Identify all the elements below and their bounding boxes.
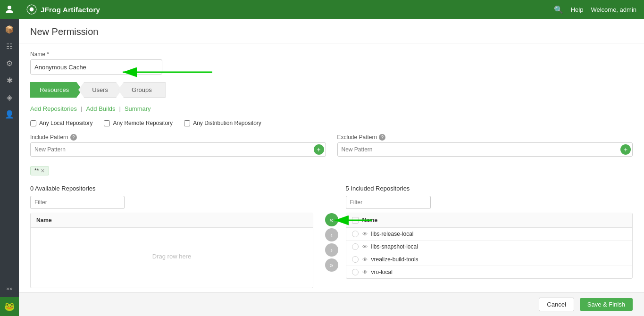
sidebar-item-packages[interactable]: 📦 xyxy=(0,21,19,38)
tab-users-label: Users xyxy=(92,86,108,93)
sub-nav-sep-1: | xyxy=(81,105,82,112)
available-repos-filter[interactable] xyxy=(30,196,125,209)
include-help-icon[interactable]: ? xyxy=(70,134,77,141)
sidebar-item-xray[interactable]: ✱ xyxy=(0,72,19,89)
included-repos-col-name: Name xyxy=(362,217,378,224)
repo-name-1: libs-snapshot-local xyxy=(371,243,418,250)
tabs-container: Resources Users Groups xyxy=(30,82,633,98)
save-finish-button[interactable]: Save & Finish xyxy=(580,298,633,311)
checkbox-any-local-label: Any Local Repository xyxy=(39,120,92,126)
repo-radio-3[interactable] xyxy=(352,269,359,275)
included-header-checkbox[interactable] xyxy=(352,217,359,224)
table-row: 👁 vrealize-build-tools xyxy=(346,253,633,266)
topbar: JFrog Artifactory 🔍 Help Welcome, admin xyxy=(19,0,644,19)
tag-item: ** × xyxy=(30,166,49,175)
tag-value: ** xyxy=(34,167,39,174)
repo-radio-1[interactable] xyxy=(352,243,359,250)
transfer-all-left-btn[interactable]: « xyxy=(325,213,338,226)
repo-icon-0: 👁 xyxy=(362,231,368,237)
checkbox-any-local[interactable]: Any Local Repository xyxy=(30,120,92,126)
available-repos-title: 0 Available Repositories xyxy=(30,185,318,192)
transfer-buttons: « ‹ › » xyxy=(318,213,346,272)
repo-radio-0[interactable] xyxy=(352,231,359,237)
subnav-add-builds[interactable]: Add Builds xyxy=(86,105,115,112)
available-repos-body: Drag row here xyxy=(31,228,313,284)
sub-nav: Add Repositories | Add Builds | Summary xyxy=(30,105,633,112)
topbar-right: 🔍 Help Welcome, admin xyxy=(554,5,636,14)
table-row: 👁 vro-local xyxy=(346,266,633,278)
repo-icon-2: 👁 xyxy=(362,257,368,262)
include-pattern-input[interactable] xyxy=(30,142,326,157)
table-row: 👁 libs-snapshot-local xyxy=(346,241,633,253)
include-pattern-group: Include Pattern ? + xyxy=(30,134,326,157)
table-row: 👁 libs-release-local xyxy=(346,228,633,241)
tag-row: ** × xyxy=(30,164,633,177)
repo-icon-3: 👁 xyxy=(362,269,368,275)
drag-placeholder: Drag row here xyxy=(152,253,191,260)
page: New Permission Name * Resources xyxy=(19,19,644,292)
checkbox-any-remote[interactable]: Any Remote Repository xyxy=(104,120,173,126)
tab-groups[interactable]: Groups xyxy=(118,82,166,98)
subnav-summary[interactable]: Summary xyxy=(125,105,151,112)
tab-resources-label: Resources xyxy=(40,86,69,93)
welcome-label: Welcome, admin xyxy=(591,6,636,13)
checkbox-any-remote-label: Any Remote Repository xyxy=(113,120,173,126)
svg-point-0 xyxy=(8,6,11,9)
exclude-pattern-input[interactable] xyxy=(337,142,633,157)
sub-nav-sep-2: | xyxy=(119,105,121,112)
transfer-one-right-btn[interactable]: › xyxy=(325,243,338,257)
checkbox-row: Any Local Repository Any Remote Reposito… xyxy=(30,120,633,126)
checkbox-any-remote-input[interactable] xyxy=(104,120,110,126)
sidebar-expand[interactable]: »» xyxy=(0,280,19,297)
cancel-button[interactable]: Cancel xyxy=(539,298,574,311)
sidebar-item-distribution[interactable]: ◈ xyxy=(0,89,19,106)
subnav-add-repos[interactable]: Add Repositories xyxy=(30,105,77,112)
main-content: JFrog Artifactory 🔍 Help Welcome, admin … xyxy=(19,0,644,316)
sidebar-frog: 🐸 xyxy=(0,297,19,316)
checkbox-any-distribution-label: Any Distribution Repository xyxy=(193,120,261,126)
checkbox-any-distribution-input[interactable] xyxy=(184,120,190,126)
available-repos-col-name: Name xyxy=(36,217,52,224)
checkbox-any-distribution[interactable]: Any Distribution Repository xyxy=(184,120,261,126)
include-pattern-add-btn[interactable]: + xyxy=(314,144,324,155)
exclude-pattern-add-btn[interactable]: + xyxy=(620,144,631,155)
included-repos-table: Name 👁 libs-release-local 👁 libs-snapsho… xyxy=(346,213,633,279)
sidebar: 📦 ☷ ⚙ ✱ ◈ 👤 »» 🐸 xyxy=(0,0,19,316)
repo-name-0: libs-release-local xyxy=(371,231,414,237)
available-repos-table: Name Drag row here xyxy=(30,213,313,288)
help-label[interactable]: Help xyxy=(571,6,584,13)
available-repos-header: Name xyxy=(31,213,313,228)
repos-section: 0 Available Repositories Name Drag row h… xyxy=(30,185,633,288)
tab-resources[interactable]: Resources xyxy=(30,82,82,98)
sidebar-logo xyxy=(0,0,19,19)
search-icon[interactable]: 🔍 xyxy=(554,5,563,14)
included-repos-filter[interactable] xyxy=(346,196,431,209)
repo-radio-2[interactable] xyxy=(352,256,359,263)
svg-point-2 xyxy=(30,8,34,12)
repo-icon-1: 👁 xyxy=(362,244,368,249)
include-pattern-label: Include Pattern ? xyxy=(30,134,326,141)
exclude-pattern-group: Exclude Pattern ? + xyxy=(337,134,633,157)
page-title: New Permission xyxy=(30,26,633,37)
repo-name-2: vrealize-build-tools xyxy=(371,256,418,263)
available-repos-panel: 0 Available Repositories Name Drag row h… xyxy=(30,185,318,288)
topbar-left: JFrog Artifactory xyxy=(26,4,100,15)
sidebar-item-artifacts[interactable]: ☷ xyxy=(0,38,19,55)
transfer-all-right-btn[interactable]: » xyxy=(325,258,338,272)
tab-users[interactable]: Users xyxy=(78,82,122,98)
checkbox-any-local-input[interactable] xyxy=(30,120,36,126)
exclude-pattern-label: Exclude Pattern ? xyxy=(337,134,633,141)
included-repos-title: 5 Included Repositories xyxy=(346,185,633,192)
exclude-help-icon[interactable]: ? xyxy=(379,134,385,141)
exclude-pattern-wrap: + xyxy=(337,142,633,157)
tab-groups-label: Groups xyxy=(132,86,152,93)
sidebar-item-admin[interactable]: 👤 xyxy=(0,106,19,123)
tag-remove-btn[interactable]: × xyxy=(41,167,44,174)
page-header: New Permission xyxy=(19,19,644,43)
sidebar-item-builds[interactable]: ⚙ xyxy=(0,55,19,72)
name-field-group: Name * xyxy=(30,51,633,75)
repo-name-3: vro-local xyxy=(371,269,393,275)
transfer-one-left-btn[interactable]: ‹ xyxy=(325,228,338,241)
topbar-title: JFrog Artifactory xyxy=(41,6,100,14)
name-input[interactable] xyxy=(30,59,162,75)
